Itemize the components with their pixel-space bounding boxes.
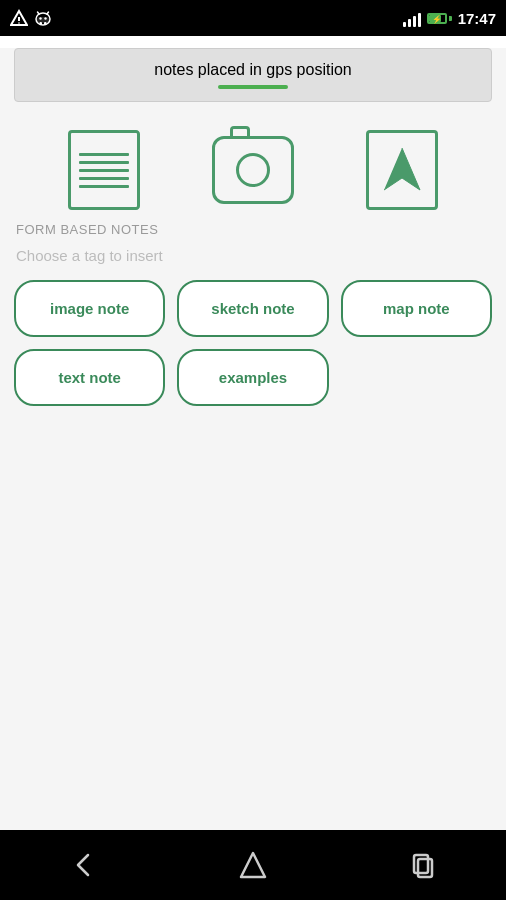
map-note-button[interactable]: map note [341,280,492,337]
svg-point-5 [39,17,41,19]
icons-row [0,114,506,220]
doc-line-3 [79,169,129,172]
text-note-button[interactable]: text note [14,349,165,406]
bottom-nav [0,830,506,900]
navigation-svg [376,140,428,200]
back-button[interactable] [48,839,120,891]
svg-rect-9 [40,22,43,25]
button-grid-row2: text note examples [0,349,506,406]
recents-button[interactable] [386,839,458,891]
svg-rect-13 [418,859,432,877]
home-icon [237,849,269,881]
camera-bump [230,126,250,136]
doc-line-5 [79,185,129,188]
svg-point-2 [18,22,20,24]
camera-body [212,136,294,204]
empty-cell [341,349,492,406]
warning-icon [10,9,28,27]
camera-icon-wrapper [208,130,298,210]
svg-marker-11 [241,853,265,877]
status-time: 17:47 [458,10,496,27]
svg-line-8 [47,12,49,14]
image-note-button[interactable]: image note [14,280,165,337]
battery-icon: ⚡ [427,13,452,24]
svg-rect-12 [414,855,428,873]
back-icon [68,849,100,881]
examples-button[interactable]: examples [177,349,328,406]
camera-lens [236,153,270,187]
button-grid-row1: image note sketch note map note [0,280,506,349]
doc-line-1 [79,153,129,156]
status-right-icons: ⚡ 17:47 [403,9,496,27]
svg-rect-4 [37,17,49,23]
doc-line-4 [79,177,129,180]
signal-icon [403,9,421,27]
sketch-note-button[interactable]: sketch note [177,280,328,337]
status-left-icons [10,9,52,27]
tag-prompt: Choose a tag to insert [0,239,506,280]
form-based-notes-label: FORM BASED NOTES [0,220,506,239]
map-icon-wrapper [357,130,447,210]
android-icon [34,9,52,27]
title-bar: notes placed in gps position [14,48,492,102]
map-icon [366,130,438,210]
svg-point-6 [44,17,46,19]
document-icon [68,130,140,210]
doc-line-2 [79,161,129,164]
svg-rect-10 [44,22,47,25]
svg-line-7 [38,12,40,14]
status-bar: ⚡ 17:47 [0,0,506,36]
camera-icon [212,136,294,204]
title-bar-text: notes placed in gps position [154,61,351,78]
document-icon-wrapper [59,130,149,210]
recents-icon [406,849,438,881]
home-button[interactable] [217,839,289,891]
main-content: notes placed in gps position [0,48,506,842]
progress-bar [218,85,288,89]
